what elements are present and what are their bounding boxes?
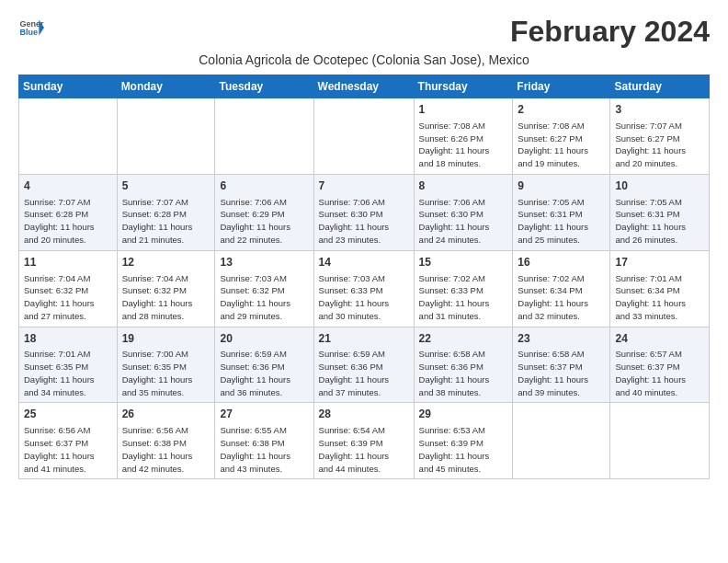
day-number: 4 xyxy=(24,178,112,194)
calendar-cell: 2Sunrise: 7:08 AM Sunset: 6:27 PM Daylig… xyxy=(513,98,610,175)
day-number: 22 xyxy=(419,331,508,347)
calendar-cell: 10Sunrise: 7:05 AM Sunset: 6:31 PM Dayli… xyxy=(610,174,710,250)
svg-text:Blue: Blue xyxy=(19,28,38,37)
day-number: 10 xyxy=(615,178,704,194)
day-info: Sunrise: 7:01 AM Sunset: 6:35 PM Dayligh… xyxy=(24,348,112,398)
day-info: Sunrise: 7:06 AM Sunset: 6:30 PM Dayligh… xyxy=(419,196,508,247)
day-number: 25 xyxy=(24,407,112,422)
day-number: 3 xyxy=(615,102,704,118)
calendar-cell xyxy=(313,98,414,175)
calendar-cell xyxy=(19,98,118,175)
day-number: 2 xyxy=(518,102,605,118)
weekday-header-monday: Monday xyxy=(117,75,215,98)
day-number: 29 xyxy=(419,407,508,422)
calendar-cell: 19Sunrise: 7:00 AM Sunset: 6:35 PM Dayli… xyxy=(117,327,215,403)
day-info: Sunrise: 7:08 AM Sunset: 6:26 PM Dayligh… xyxy=(419,120,508,170)
day-info: Sunrise: 7:04 AM Sunset: 6:32 PM Dayligh… xyxy=(122,272,210,323)
calendar-table: SundayMondayTuesdayWednesdayThursdayFrid… xyxy=(18,75,710,479)
month-year-title: February 2024 xyxy=(510,15,710,49)
calendar-cell: 18Sunrise: 7:01 AM Sunset: 6:35 PM Dayli… xyxy=(19,327,118,403)
calendar-cell: 6Sunrise: 7:06 AM Sunset: 6:29 PM Daylig… xyxy=(215,174,313,250)
day-info: Sunrise: 6:53 AM Sunset: 6:39 PM Dayligh… xyxy=(419,424,508,475)
day-info: Sunrise: 6:58 AM Sunset: 6:36 PM Dayligh… xyxy=(419,348,508,398)
day-info: Sunrise: 7:03 AM Sunset: 6:32 PM Dayligh… xyxy=(220,272,308,323)
day-info: Sunrise: 7:01 AM Sunset: 6:34 PM Dayligh… xyxy=(615,272,704,323)
day-info: Sunrise: 6:56 AM Sunset: 6:38 PM Dayligh… xyxy=(122,424,210,475)
calendar-cell: 9Sunrise: 7:05 AM Sunset: 6:31 PM Daylig… xyxy=(513,174,610,250)
calendar-cell: 3Sunrise: 7:07 AM Sunset: 6:27 PM Daylig… xyxy=(610,98,710,175)
day-number: 23 xyxy=(518,331,605,347)
calendar-cell: 20Sunrise: 6:59 AM Sunset: 6:36 PM Dayli… xyxy=(215,327,313,403)
day-info: Sunrise: 6:57 AM Sunset: 6:37 PM Dayligh… xyxy=(615,348,704,398)
day-number: 15 xyxy=(419,255,508,270)
calendar-cell xyxy=(610,403,710,479)
day-number: 9 xyxy=(518,178,605,194)
day-number: 27 xyxy=(220,407,308,422)
day-info: Sunrise: 6:59 AM Sunset: 6:36 PM Dayligh… xyxy=(319,348,409,398)
calendar-cell: 23Sunrise: 6:58 AM Sunset: 6:37 PM Dayli… xyxy=(513,327,610,403)
calendar-cell: 21Sunrise: 6:59 AM Sunset: 6:36 PM Dayli… xyxy=(313,327,414,403)
day-number: 14 xyxy=(319,255,409,270)
month-title: February 2024 xyxy=(510,15,710,49)
day-number: 21 xyxy=(319,331,409,347)
calendar-cell xyxy=(215,98,313,175)
day-number: 11 xyxy=(24,255,112,270)
day-number: 12 xyxy=(122,255,210,270)
day-info: Sunrise: 7:05 AM Sunset: 6:31 PM Dayligh… xyxy=(615,196,704,247)
day-number: 7 xyxy=(319,178,409,194)
day-info: Sunrise: 6:59 AM Sunset: 6:36 PM Dayligh… xyxy=(220,348,308,398)
day-number: 26 xyxy=(122,407,210,422)
day-number: 1 xyxy=(419,102,508,118)
day-info: Sunrise: 7:07 AM Sunset: 6:28 PM Dayligh… xyxy=(122,196,210,247)
day-number: 16 xyxy=(518,255,605,270)
weekday-header-wednesday: Wednesday xyxy=(313,75,414,98)
day-info: Sunrise: 6:58 AM Sunset: 6:37 PM Dayligh… xyxy=(518,348,605,398)
weekday-header-thursday: Thursday xyxy=(414,75,513,98)
calendar-cell: 22Sunrise: 6:58 AM Sunset: 6:36 PM Dayli… xyxy=(414,327,513,403)
day-info: Sunrise: 7:07 AM Sunset: 6:27 PM Dayligh… xyxy=(615,120,704,170)
weekday-header-sunday: Sunday xyxy=(19,75,118,98)
calendar-cell: 28Sunrise: 6:54 AM Sunset: 6:39 PM Dayli… xyxy=(313,403,414,479)
calendar-cell: 15Sunrise: 7:02 AM Sunset: 6:33 PM Dayli… xyxy=(414,250,513,327)
day-number: 18 xyxy=(24,331,112,347)
calendar-cell: 14Sunrise: 7:03 AM Sunset: 6:33 PM Dayli… xyxy=(313,250,414,327)
weekday-header-friday: Friday xyxy=(513,75,610,98)
day-number: 19 xyxy=(122,331,210,347)
day-info: Sunrise: 7:00 AM Sunset: 6:35 PM Dayligh… xyxy=(122,348,210,398)
day-info: Sunrise: 7:05 AM Sunset: 6:31 PM Dayligh… xyxy=(518,196,605,247)
day-info: Sunrise: 7:03 AM Sunset: 6:33 PM Dayligh… xyxy=(319,272,409,323)
weekday-header-tuesday: Tuesday xyxy=(215,75,313,98)
day-number: 17 xyxy=(615,255,704,270)
calendar-cell: 8Sunrise: 7:06 AM Sunset: 6:30 PM Daylig… xyxy=(414,174,513,250)
weekday-header-saturday: Saturday xyxy=(610,75,710,98)
calendar-cell: 27Sunrise: 6:55 AM Sunset: 6:38 PM Dayli… xyxy=(215,403,313,479)
calendar-cell: 13Sunrise: 7:03 AM Sunset: 6:32 PM Dayli… xyxy=(215,250,313,327)
day-number: 13 xyxy=(220,255,308,270)
day-number: 5 xyxy=(122,178,210,194)
calendar-cell: 29Sunrise: 6:53 AM Sunset: 6:39 PM Dayli… xyxy=(414,403,513,479)
day-info: Sunrise: 7:06 AM Sunset: 6:30 PM Dayligh… xyxy=(319,196,409,247)
calendar-cell: 16Sunrise: 7:02 AM Sunset: 6:34 PM Dayli… xyxy=(513,250,610,327)
day-info: Sunrise: 7:04 AM Sunset: 6:32 PM Dayligh… xyxy=(24,272,112,323)
calendar-cell: 5Sunrise: 7:07 AM Sunset: 6:28 PM Daylig… xyxy=(117,174,215,250)
day-number: 24 xyxy=(615,331,704,347)
calendar-cell: 17Sunrise: 7:01 AM Sunset: 6:34 PM Dayli… xyxy=(610,250,710,327)
calendar-cell: 25Sunrise: 6:56 AM Sunset: 6:37 PM Dayli… xyxy=(19,403,118,479)
generalblue-icon: General Blue xyxy=(18,15,44,40)
day-info: Sunrise: 6:54 AM Sunset: 6:39 PM Dayligh… xyxy=(319,424,409,475)
calendar-cell: 7Sunrise: 7:06 AM Sunset: 6:30 PM Daylig… xyxy=(313,174,414,250)
day-info: Sunrise: 7:07 AM Sunset: 6:28 PM Dayligh… xyxy=(24,196,112,247)
day-number: 28 xyxy=(319,407,409,422)
day-number: 8 xyxy=(419,178,508,194)
day-info: Sunrise: 6:55 AM Sunset: 6:38 PM Dayligh… xyxy=(220,424,308,475)
calendar-cell: 1Sunrise: 7:08 AM Sunset: 6:26 PM Daylig… xyxy=(414,98,513,175)
day-number: 20 xyxy=(220,331,308,347)
calendar-cell: 26Sunrise: 6:56 AM Sunset: 6:38 PM Dayli… xyxy=(117,403,215,479)
calendar-cell xyxy=(117,98,215,175)
day-number: 6 xyxy=(220,178,308,194)
day-info: Sunrise: 6:56 AM Sunset: 6:37 PM Dayligh… xyxy=(24,424,112,475)
calendar-cell: 12Sunrise: 7:04 AM Sunset: 6:32 PM Dayli… xyxy=(117,250,215,327)
day-info: Sunrise: 7:08 AM Sunset: 6:27 PM Dayligh… xyxy=(518,120,605,170)
calendar-cell: 11Sunrise: 7:04 AM Sunset: 6:32 PM Dayli… xyxy=(19,250,118,327)
calendar-cell xyxy=(513,403,610,479)
